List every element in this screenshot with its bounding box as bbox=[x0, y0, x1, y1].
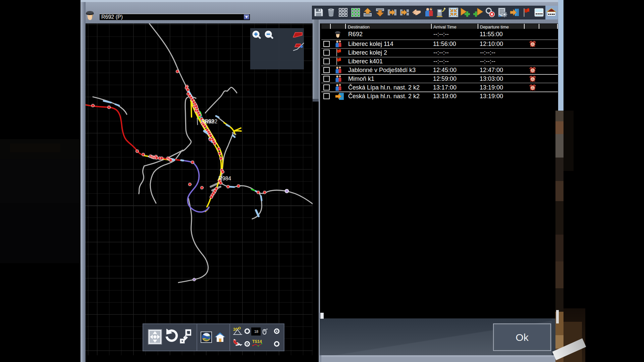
svg-text:18: 18 bbox=[254, 329, 258, 334]
svg-text:R984: R984 bbox=[218, 176, 231, 181]
svg-text:R692: R692 bbox=[205, 119, 217, 124]
svg-text:TS14: TS14 bbox=[252, 339, 262, 344]
